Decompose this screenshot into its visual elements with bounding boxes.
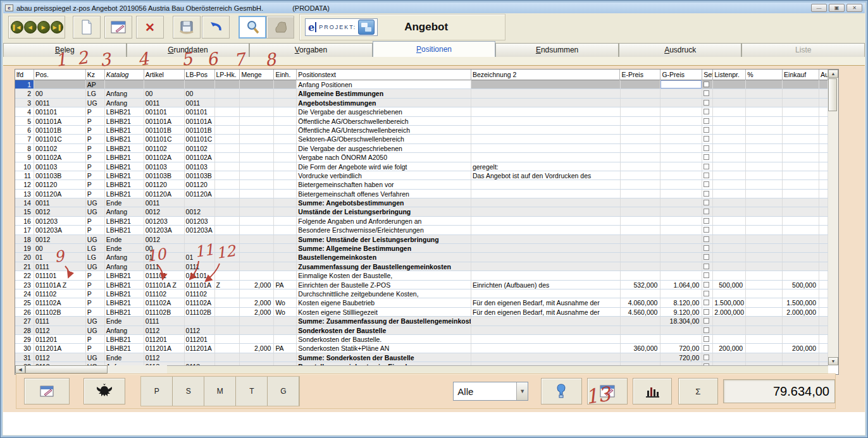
grid-cell-pct[interactable] (746, 117, 783, 125)
grid-cell-einh[interactable] (274, 217, 297, 225)
grid-cell-pos[interactable]: 011102B (34, 308, 86, 316)
grid-cell-listenpr[interactable] (713, 253, 746, 261)
grid-cell-text[interactable]: Sonderkosten der Baustelle (297, 326, 471, 334)
grid-cell-lbpos[interactable]: 0012 (185, 207, 215, 216)
grid-cell-au[interactable] (819, 262, 828, 271)
grid-cell-lfd[interactable]: 15 (15, 207, 34, 216)
grid-row[interactable]: 26011102BPLBHB21011102B011102B2,000WoKos… (15, 308, 828, 317)
grid-cell-pct[interactable] (746, 171, 783, 179)
grid-cell-set[interactable] (702, 217, 713, 225)
grid-cell-set[interactable] (702, 281, 713, 289)
grid-cell-au[interactable] (819, 298, 828, 307)
grid-cell-epreis[interactable] (621, 162, 661, 171)
grid-cell-lfd[interactable]: 5 (15, 117, 34, 125)
grid-cell-kz[interactable]: P (86, 344, 105, 352)
delete-button[interactable]: ✕ (136, 16, 164, 39)
grid-cell-gpreis[interactable] (660, 207, 702, 216)
grid-cell-set[interactable] (702, 308, 713, 316)
grid-cell-lfd[interactable]: 19 (15, 244, 34, 252)
grid-cell-bez2[interactable] (471, 80, 621, 88)
grid-cell-au[interactable] (819, 244, 828, 252)
grid-cell-kz[interactable]: P (86, 335, 105, 343)
grid-cell-set[interactable] (702, 353, 713, 362)
grid-cell-au[interactable] (819, 281, 828, 289)
grid-cell-epreis[interactable] (621, 198, 661, 207)
grid-cell-epreis[interactable] (621, 217, 661, 225)
grid-cell-set[interactable] (702, 117, 713, 125)
grid-cell-au[interactable] (819, 317, 828, 325)
grid-cell-pos[interactable]: 00 (34, 244, 86, 252)
grid-cell-listenpr[interactable] (713, 99, 746, 107)
grid-cell-artikel[interactable]: 0011 (144, 99, 185, 107)
grid-cell-artikel[interactable] (144, 80, 185, 88)
grid-cell-listenpr[interactable]: 2.000,000 (713, 308, 746, 316)
grid-cell-einkauf[interactable] (783, 89, 819, 97)
grid-cell-epreis[interactable] (621, 253, 661, 261)
grid-cell-einkauf[interactable]: 200,000 (783, 344, 819, 352)
grid-cell-pct[interactable] (746, 144, 783, 152)
grid-header-lphk[interactable]: LP-Hk. (215, 70, 240, 80)
grid-cell-lbpos[interactable]: 001203 (185, 217, 215, 225)
grid-cell-lbpos[interactable]: 001203A (185, 226, 215, 234)
grid-header-menge[interactable]: Menge (240, 70, 274, 80)
grid-cell-bez2[interactable] (471, 117, 621, 125)
grid-cell-gpreis[interactable]: 18.304,00 (660, 317, 702, 325)
grid-cell-pos[interactable]: 011102 (34, 289, 86, 298)
grid-cell-listenpr[interactable] (713, 271, 746, 279)
grid-cell-epreis[interactable]: 532,000 (621, 281, 661, 289)
grid-cell-lfd[interactable]: 2 (15, 89, 34, 97)
grid-cell-epreis[interactable] (621, 190, 661, 198)
grid-cell-kz[interactable]: UG (86, 317, 105, 325)
grid-cell-artikel[interactable]: 00 (144, 244, 185, 252)
edit-button[interactable] (104, 16, 132, 39)
grid-cell-pos[interactable]: 001203 (34, 217, 86, 225)
grid-cell-pos[interactable]: 001102A (34, 153, 86, 161)
grid-cell-listenpr[interactable] (713, 235, 746, 243)
grid-cell-menge[interactable] (240, 80, 274, 88)
grid-cell-text[interactable]: Öffentliche AG/Oberschwellenbereich (297, 117, 471, 125)
grid-cell-pos[interactable]: 001103 (34, 162, 86, 171)
grid-cell-listenpr[interactable] (713, 317, 746, 325)
grid-cell-pos[interactable]: 001120 (34, 180, 86, 188)
grid-cell-lfd[interactable]: 17 (15, 226, 34, 234)
grid-header-lbpos[interactable]: LB-Pos (185, 70, 215, 80)
grid-cell-einh[interactable] (274, 80, 297, 88)
grid-cell-menge[interactable] (240, 207, 274, 216)
grid-cell-epreis[interactable] (621, 317, 661, 325)
grid-cell-einh[interactable] (274, 253, 297, 261)
grid-cell-lphk[interactable] (215, 262, 240, 271)
grid-cell-listenpr[interactable] (713, 226, 746, 234)
grid-cell-au[interactable] (819, 198, 828, 207)
grid-cell-katalog[interactable] (105, 80, 144, 88)
grid-cell-lphk[interactable] (215, 317, 240, 325)
hint-button[interactable] (541, 378, 581, 405)
grid-cell-einh[interactable] (274, 162, 297, 171)
grid-cell-lbpos[interactable] (185, 353, 215, 362)
grid-cell-lbpos[interactable]: 001101C (185, 135, 215, 143)
v-scrollbar[interactable]: ▲ ▼ (828, 70, 838, 365)
grid-cell-lbpos[interactable]: 001101B (185, 126, 215, 134)
grid-cell-lfd[interactable]: 3 (15, 99, 34, 107)
grid-cell-lfd[interactable]: 10 (15, 162, 34, 171)
grid-cell-au[interactable] (819, 144, 828, 152)
grid-cell-bez2[interactable] (471, 326, 621, 334)
grid-cell-katalog[interactable]: Anfang (105, 99, 144, 107)
grid-cell-gpreis[interactable] (660, 126, 702, 134)
grid-header-bez2[interactable]: Bezeichnung 2 (471, 70, 621, 80)
grid-cell-kz[interactable]: P (86, 117, 105, 125)
grid-cell-epreis[interactable] (621, 107, 661, 116)
grid-cell-katalog[interactable]: Anfang (105, 326, 144, 334)
grid-cell-bez2[interactable] (471, 207, 621, 216)
grid-cell-lphk[interactable] (215, 353, 240, 362)
grid-cell-pos[interactable]: 001101C (34, 135, 86, 143)
grid-row[interactable]: 280112UGAnfang01120112Sonderkosten der B… (15, 326, 828, 335)
minimize-button[interactable]: — (811, 4, 827, 12)
grid-cell-text[interactable]: Anfang Positionen (297, 80, 471, 88)
grid-row[interactable]: 310112UGEnde0112Summe: Sonderkosten der … (15, 353, 828, 362)
grid-cell-lfd[interactable]: 27 (15, 317, 34, 325)
set-checkbox[interactable] (704, 236, 709, 242)
grid-cell-listenpr[interactable] (713, 190, 746, 198)
grid-cell-set[interactable] (702, 144, 713, 152)
grid-cell-artikel[interactable]: 011101A Z (144, 281, 185, 289)
grid-cell-menge[interactable] (240, 144, 274, 152)
